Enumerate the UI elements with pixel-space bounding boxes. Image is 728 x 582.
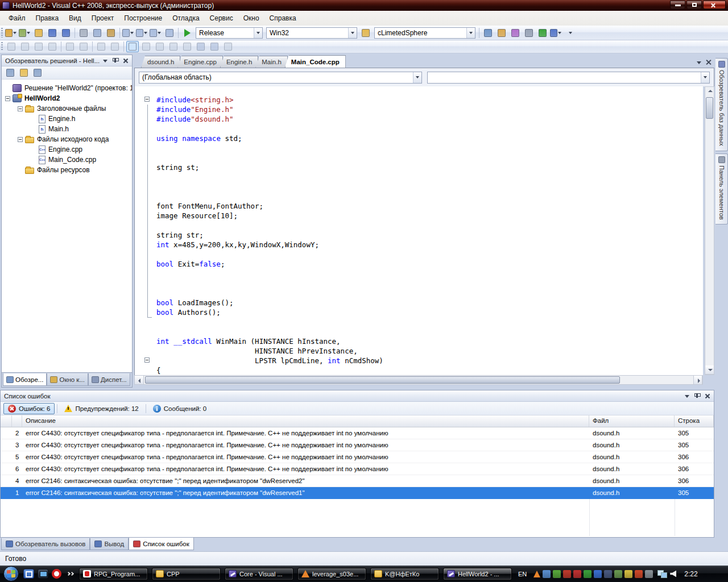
start-button[interactable] xyxy=(3,566,19,581)
help-lookup-icon[interactable] xyxy=(222,41,234,52)
dropdown-arrow-icon[interactable] xyxy=(130,32,134,34)
tree-item-main-code-cpp[interactable]: C++Main_Code.cpp xyxy=(2,155,132,165)
types-dropdown[interactable]: (Глобальная область) xyxy=(139,72,422,84)
utorrent-tray-icon[interactable] xyxy=(584,570,592,578)
parameter-info-icon[interactable] xyxy=(109,41,121,52)
redo-icon[interactable] xyxy=(136,27,148,39)
horizontal-scroll-thumb[interactable] xyxy=(145,376,620,384)
messages-filter-button[interactable]: Сообщений: 0 xyxy=(148,403,211,414)
dropdown-arrow-icon[interactable] xyxy=(558,32,561,34)
open-file-icon[interactable] xyxy=(32,27,45,39)
solution-tab-[interactable]: Окно к... xyxy=(47,373,88,386)
document-tab-dsound-h[interactable]: dsound.h xyxy=(141,56,180,68)
find-folder-icon[interactable] xyxy=(359,27,372,39)
display-tray-icon[interactable] xyxy=(614,570,622,578)
copy-lines-icon[interactable] xyxy=(19,41,31,52)
error-row-2[interactable]: 2error C4430: отсутствует спецификатор т… xyxy=(1,427,714,439)
bookmark-forward-icon[interactable] xyxy=(208,41,221,52)
taskbar-button-3[interactable]: leverage_s03e... xyxy=(297,568,366,580)
uncomment-selection-icon[interactable] xyxy=(154,41,166,52)
save-icon[interactable] xyxy=(46,27,59,39)
navigate-back-icon[interactable] xyxy=(150,27,162,39)
document-tab-Engine-h[interactable]: Engine.h xyxy=(220,56,258,68)
document-tab-Main_Code-cpp[interactable]: Main_Code.cpp xyxy=(285,55,346,68)
show-all-files-icon[interactable] xyxy=(18,67,30,78)
side-tab--[interactable]: Обозреватель баз данных xyxy=(715,58,728,151)
document-tab-Engine-cpp[interactable]: Engine.cpp xyxy=(177,56,223,68)
cursor-icon[interactable] xyxy=(32,41,45,52)
line-column-header[interactable]: Строка xyxy=(675,415,714,427)
menu-item-7[interactable]: Окно xyxy=(238,12,264,24)
add-item-icon[interactable] xyxy=(19,27,31,39)
view-class-icon[interactable] xyxy=(31,67,44,78)
tree-item--[interactable]: Файлы ресурсов xyxy=(2,165,132,175)
tree-expander-icon[interactable] xyxy=(5,96,10,101)
error-row-3[interactable]: 3error C4430: отсутствует спецификатор т… xyxy=(1,439,714,451)
close-panel-icon[interactable] xyxy=(121,57,130,65)
quicklaunch-overflow-icon[interactable] xyxy=(67,572,73,575)
taskbar-button-5[interactable]: HellWorld2 - ... xyxy=(443,568,512,580)
side-tab--[interactable]: Панель элементов xyxy=(715,153,728,225)
outline-rect-icon[interactable] xyxy=(126,41,139,52)
tree-item--[interactable]: Заголовочные файлы xyxy=(2,103,132,114)
shield-tray-icon[interactable] xyxy=(573,570,581,578)
auto-hide-pin-icon[interactable] xyxy=(111,57,120,65)
increase-indent-icon[interactable] xyxy=(77,41,90,52)
menu-item-6[interactable]: Сервис xyxy=(205,12,238,24)
save-all-icon[interactable] xyxy=(60,27,72,39)
search-combo[interactable]: cLimetedSphere xyxy=(374,27,475,39)
export-icon[interactable] xyxy=(536,27,549,39)
font-size-icon[interactable] xyxy=(46,41,59,52)
aimp-tray-icon[interactable] xyxy=(635,570,643,578)
toolbar-grip[interactable] xyxy=(1,42,3,51)
dropdown-arrow-icon[interactable] xyxy=(254,28,262,38)
dropdown-arrow-icon[interactable] xyxy=(158,32,161,34)
dropdown-arrow-icon[interactable] xyxy=(569,32,572,34)
paste-icon[interactable] xyxy=(105,27,117,39)
restore-button[interactable] xyxy=(686,1,702,9)
scroll-left-icon[interactable] xyxy=(135,376,144,384)
dropdown-arrow-icon[interactable] xyxy=(466,28,475,38)
dropdown-arrow-icon[interactable] xyxy=(144,32,147,34)
volume-icon[interactable] xyxy=(670,571,676,577)
window-position-icon[interactable] xyxy=(101,57,110,65)
dropdown-arrow-icon[interactable] xyxy=(348,28,357,38)
tool-tab--[interactable]: Вывод xyxy=(90,538,129,550)
properties-window-icon[interactable] xyxy=(495,27,508,39)
tree-item--hellworld2-1-[interactable]: Решение "HellWorld2" (проектов: 1) xyxy=(2,83,132,93)
document-tab-Main-h[interactable]: Main.h xyxy=(255,56,288,68)
code-editor[interactable]: #include<string.h>#include"Engine.h"#inc… xyxy=(134,86,703,375)
switch-windows-icon[interactable] xyxy=(23,569,34,579)
taskbar-clock[interactable]: 2:22 xyxy=(684,570,697,578)
tool-tab--[interactable]: Обозреватель вызовов xyxy=(1,538,90,550)
bubble-prev-icon[interactable] xyxy=(167,41,180,52)
error-row-1[interactable]: 1error C2146: синтаксическая ошибка: отс… xyxy=(1,487,714,499)
tools-icon[interactable] xyxy=(523,27,535,39)
menu-item-8[interactable]: Справка xyxy=(264,12,301,24)
document-list-dropdown-icon[interactable] xyxy=(695,59,704,66)
wand-tray-icon[interactable] xyxy=(624,570,632,578)
error-row-5[interactable]: 5error C4430: отсутствует спецификатор т… xyxy=(1,451,714,463)
toolbar-grip[interactable] xyxy=(1,28,3,38)
decrease-indent-icon[interactable] xyxy=(64,41,76,52)
file-column-header[interactable]: Файл xyxy=(589,415,675,427)
solution-tab-[interactable]: Обозре... xyxy=(3,373,47,386)
dropdown-arrow-icon[interactable] xyxy=(27,32,30,34)
taskbar-button-2[interactable]: Core - Visual ... xyxy=(225,568,293,580)
toolbar-overflow-icon[interactable] xyxy=(564,27,576,39)
tool-tab--[interactable]: Список ошибок xyxy=(129,537,194,550)
tree-item-engine-cpp[interactable]: C++Engine.cpp xyxy=(2,144,132,155)
tree-item-engine-h[interactable]: hEngine.h xyxy=(2,114,132,124)
usb-tray-icon[interactable] xyxy=(645,570,653,578)
command-window-icon[interactable] xyxy=(550,27,562,39)
menu-item-3[interactable]: Проект xyxy=(86,12,119,24)
config-combo[interactable]: Release xyxy=(196,27,263,39)
error-row-6[interactable]: 6error C4430: отсутствует спецификатор т… xyxy=(1,463,714,475)
flash-tray-icon[interactable] xyxy=(594,570,602,578)
bubble-next-icon[interactable] xyxy=(181,41,193,52)
scroll-right-icon[interactable] xyxy=(693,376,702,384)
start-debug-icon[interactable] xyxy=(181,27,193,39)
undo-icon[interactable] xyxy=(122,27,135,39)
scroll-down-icon[interactable] xyxy=(705,365,714,375)
java-tray-icon[interactable] xyxy=(563,570,571,578)
